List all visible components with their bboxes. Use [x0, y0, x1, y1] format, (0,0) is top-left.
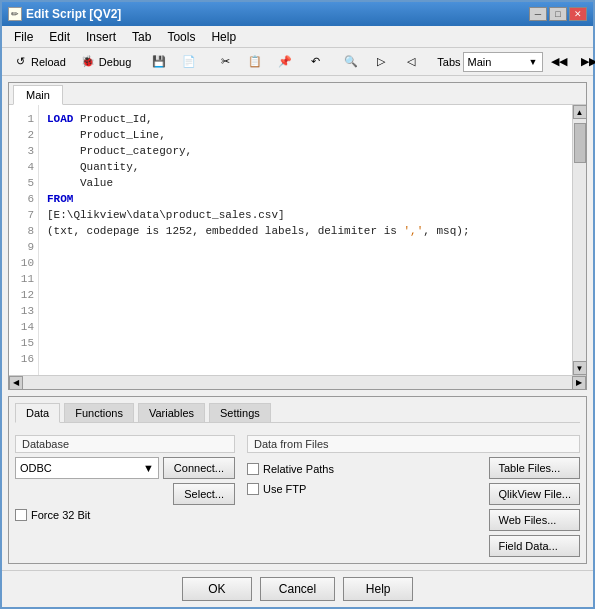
web-files-button[interactable]: Web Files... [489, 509, 580, 531]
force32-checkbox[interactable] [15, 509, 27, 521]
line-numbers: 1234 5678 9101112 13141516 [9, 105, 39, 375]
menu-edit[interactable]: Edit [41, 28, 78, 46]
tabs-icon-1: ◀◀ [551, 54, 567, 70]
window-icon: ✏ [8, 7, 22, 21]
tabs-extra-1[interactable]: ◀◀ [545, 51, 573, 73]
table-files-button[interactable]: Table Files... [489, 457, 580, 479]
menu-help[interactable]: Help [203, 28, 244, 46]
search-icon: 🔍 [343, 54, 359, 70]
menu-tab[interactable]: Tab [124, 28, 159, 46]
horizontal-scrollbar[interactable]: ◀ ▶ [9, 375, 586, 389]
scrollbar-left-arrow[interactable]: ◀ [9, 376, 23, 390]
find-prev-icon: ◁ [403, 54, 419, 70]
undo-button[interactable]: ↶ [301, 51, 329, 73]
debug-button[interactable]: 🐞 Debug [74, 51, 137, 73]
ok-button[interactable]: OK [182, 577, 252, 601]
field-data-button[interactable]: Field Data... [489, 535, 580, 557]
debug-label: Debug [99, 56, 131, 68]
bottom-tab-bar: Data Functions Variables Settings [15, 403, 580, 423]
database-section-title: Database [15, 435, 235, 453]
help-button[interactable]: Help [343, 577, 413, 601]
minimize-button[interactable]: ─ [529, 7, 547, 21]
find-next-button[interactable]: ▷ [367, 51, 395, 73]
reload-label: Reload [31, 56, 66, 68]
vertical-scrollbar[interactable]: ▲ ▼ [572, 105, 586, 375]
tabs-extra-2[interactable]: ▶▶ [575, 51, 595, 73]
tab-functions[interactable]: Functions [64, 403, 134, 422]
scrollbar-h-track[interactable] [23, 376, 572, 389]
bug-icon: 🐞 [80, 54, 96, 70]
find-next-icon: ▷ [373, 54, 389, 70]
content-area: Main 1234 5678 9101112 13141516 LOAD Pro… [2, 76, 593, 570]
title-bar: ✏ Edit Script [QV2] ─ □ ✕ [2, 2, 593, 26]
editor-tab-bar: Main [9, 83, 586, 105]
tab-settings[interactable]: Settings [209, 403, 271, 422]
maximize-button[interactable]: □ [549, 7, 567, 21]
find-prev-button[interactable]: ◁ [397, 51, 425, 73]
force32-row: Force 32 Bit [15, 509, 235, 521]
scrollbar-thumb[interactable] [574, 123, 586, 163]
menu-file[interactable]: File [6, 28, 41, 46]
search-button[interactable]: 🔍 [337, 51, 365, 73]
window-title: Edit Script [QV2] [26, 7, 121, 21]
tab-data[interactable]: Data [15, 403, 60, 423]
copy-button[interactable]: 📋 [241, 51, 269, 73]
files-section-title: Data from Files [247, 435, 580, 453]
paste-icon: 📌 [277, 54, 293, 70]
database-section: Database ODBC ▼ Connect... Select... [15, 435, 235, 557]
window-controls: ─ □ ✕ [529, 7, 587, 21]
bottom-panel: Data Functions Variables Settings Databa… [8, 396, 587, 564]
menu-insert[interactable]: Insert [78, 28, 124, 46]
dialog-footer: OK Cancel Help [2, 570, 593, 607]
tabs-icon-2: ▶▶ [581, 54, 595, 70]
save-button[interactable]: 💾 [145, 51, 173, 73]
tabs-dropdown-arrow: ▼ [529, 57, 538, 67]
editor-panel: Main 1234 5678 9101112 13141516 LOAD Pro… [8, 82, 587, 390]
relative-paths-checkbox[interactable] [247, 463, 259, 475]
files-row: Relative Paths Use FTP Table Files... Ql… [247, 457, 580, 557]
use-ftp-checkbox[interactable] [247, 483, 259, 495]
scrollbar-right-arrow[interactable]: ▶ [572, 376, 586, 390]
files-checkboxes: Relative Paths Use FTP [247, 457, 334, 495]
scrollbar-down-arrow[interactable]: ▼ [573, 361, 587, 375]
force32-label: Force 32 Bit [31, 509, 90, 521]
tabs-dropdown[interactable]: Main ▼ [463, 52, 543, 72]
qlikview-files-button[interactable]: QlikView File... [489, 483, 580, 505]
main-window: ✏ Edit Script [QV2] ─ □ ✕ File Edit Inse… [0, 0, 595, 609]
scrollbar-track[interactable] [573, 119, 586, 361]
cut-button[interactable]: ✂ [211, 51, 239, 73]
database-row: ODBC ▼ Connect... [15, 457, 235, 479]
menu-tools[interactable]: Tools [159, 28, 203, 46]
select-row: Select... [15, 483, 235, 505]
files-section: Data from Files Relative Paths Use FTP [247, 435, 580, 557]
code-editor[interactable]: LOAD Product_Id, Product_Line, Product_c… [39, 105, 572, 375]
editor-tab-main[interactable]: Main [13, 85, 63, 105]
editor-body: 1234 5678 9101112 13141516 LOAD Product_… [9, 105, 586, 375]
files-buttons: Table Files... QlikView File... Web File… [489, 457, 580, 557]
saveas-icon: 📄 [181, 54, 197, 70]
close-button[interactable]: ✕ [569, 7, 587, 21]
cut-icon: ✂ [217, 54, 233, 70]
use-ftp-row: Use FTP [247, 483, 334, 495]
tabs-label: Tabs [437, 56, 460, 68]
paste-button[interactable]: 📌 [271, 51, 299, 73]
data-tab-content: Database ODBC ▼ Connect... Select... [15, 435, 580, 557]
toolbar: ↺ Reload 🐞 Debug 💾 📄 ✂ 📋 📌 ↶ 🔍 [2, 48, 593, 76]
database-value: ODBC [20, 462, 52, 474]
undo-icon: ↶ [307, 54, 323, 70]
cancel-button[interactable]: Cancel [260, 577, 335, 601]
tab-variables[interactable]: Variables [138, 403, 205, 422]
scrollbar-up-arrow[interactable]: ▲ [573, 105, 587, 119]
copy-icon: 📋 [247, 54, 263, 70]
reload-icon: ↺ [12, 54, 28, 70]
database-dropdown[interactable]: ODBC ▼ [15, 457, 159, 479]
menu-bar: File Edit Insert Tab Tools Help [2, 26, 593, 48]
tabs-value: Main [468, 56, 492, 68]
use-ftp-label: Use FTP [263, 483, 306, 495]
relative-paths-label: Relative Paths [263, 463, 334, 475]
select-button[interactable]: Select... [173, 483, 235, 505]
reload-button[interactable]: ↺ Reload [6, 51, 72, 73]
saveas-button[interactable]: 📄 [175, 51, 203, 73]
relative-paths-row: Relative Paths [247, 463, 334, 475]
connect-button[interactable]: Connect... [163, 457, 235, 479]
